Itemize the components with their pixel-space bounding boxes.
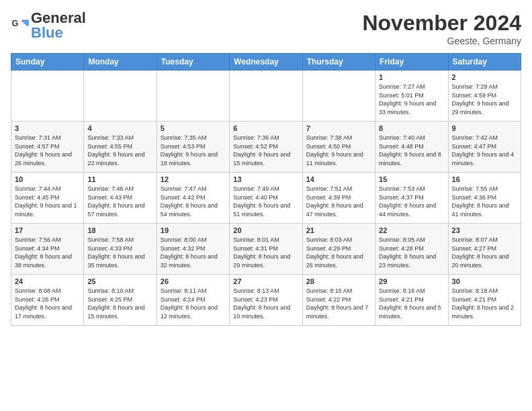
- day-number: 6: [233, 124, 298, 132]
- day-info: Sunrise: 7:42 AM Sunset: 4:47 PM Dayligh…: [452, 134, 517, 167]
- logo-blue: Blue: [31, 24, 63, 41]
- calendar-cell: 7Sunrise: 7:38 AM Sunset: 4:50 PM Daylig…: [302, 122, 375, 173]
- calendar-cell: 9Sunrise: 7:42 AM Sunset: 4:47 PM Daylig…: [448, 122, 521, 173]
- calendar: SundayMondayTuesdayWednesdayThursdayFrid…: [11, 53, 521, 326]
- day-header-wednesday: Wednesday: [230, 54, 302, 71]
- day-info: Sunrise: 7:47 AM Sunset: 4:42 PM Dayligh…: [161, 185, 226, 218]
- day-info: Sunrise: 7:55 AM Sunset: 4:36 PM Dayligh…: [452, 185, 517, 218]
- day-number: 26: [161, 277, 226, 285]
- day-info: Sunrise: 8:03 AM Sunset: 4:29 PM Dayligh…: [306, 236, 371, 269]
- calendar-cell: 4Sunrise: 7:33 AM Sunset: 4:55 PM Daylig…: [84, 122, 157, 173]
- day-number: 16: [452, 175, 517, 183]
- day-number: 14: [306, 175, 371, 183]
- calendar-week-2: 3Sunrise: 7:31 AM Sunset: 4:57 PM Daylig…: [11, 122, 521, 173]
- calendar-header-row: SundayMondayTuesdayWednesdayThursdayFrid…: [11, 54, 521, 71]
- location: Geeste, Germany: [362, 36, 521, 46]
- calendar-cell: 10Sunrise: 7:44 AM Sunset: 4:45 PM Dayli…: [11, 173, 84, 224]
- day-info: Sunrise: 8:18 AM Sunset: 4:21 PM Dayligh…: [452, 287, 517, 320]
- day-number: 10: [15, 175, 80, 183]
- day-number: 29: [379, 277, 444, 285]
- calendar-week-4: 17Sunrise: 7:56 AM Sunset: 4:34 PM Dayli…: [11, 224, 521, 275]
- day-info: Sunrise: 8:05 AM Sunset: 4:28 PM Dayligh…: [379, 236, 444, 269]
- logo: G General Blue: [11, 11, 86, 40]
- day-info: Sunrise: 7:53 AM Sunset: 4:37 PM Dayligh…: [379, 185, 444, 218]
- day-info: Sunrise: 7:27 AM Sunset: 5:01 PM Dayligh…: [379, 83, 444, 116]
- month-title: November 2024: [362, 11, 521, 36]
- day-number: 1: [379, 73, 444, 81]
- day-info: Sunrise: 7:29 AM Sunset: 4:59 PM Dayligh…: [452, 83, 517, 116]
- day-info: Sunrise: 8:01 AM Sunset: 4:31 PM Dayligh…: [233, 236, 298, 269]
- day-info: Sunrise: 8:16 AM Sunset: 4:21 PM Dayligh…: [379, 287, 444, 320]
- day-number: 23: [452, 226, 517, 234]
- calendar-cell: 12Sunrise: 7:47 AM Sunset: 4:42 PM Dayli…: [157, 173, 229, 224]
- day-info: Sunrise: 7:36 AM Sunset: 4:52 PM Dayligh…: [233, 134, 298, 167]
- day-number: 21: [306, 226, 371, 234]
- day-header-monday: Monday: [84, 54, 157, 71]
- day-info: Sunrise: 8:13 AM Sunset: 4:23 PM Dayligh…: [233, 287, 298, 320]
- logo-icon: G: [11, 16, 30, 35]
- day-info: Sunrise: 7:58 AM Sunset: 4:33 PM Dayligh…: [87, 236, 152, 269]
- calendar-cell: [84, 71, 157, 122]
- logo-text: General Blue: [31, 11, 86, 40]
- day-info: Sunrise: 7:33 AM Sunset: 4:55 PM Dayligh…: [87, 134, 152, 167]
- day-number: 9: [452, 124, 517, 132]
- day-header-thursday: Thursday: [302, 54, 375, 71]
- day-info: Sunrise: 7:31 AM Sunset: 4:57 PM Dayligh…: [15, 134, 80, 167]
- day-header-saturday: Saturday: [448, 54, 521, 71]
- day-number: 13: [233, 175, 298, 183]
- day-number: 18: [87, 226, 152, 234]
- calendar-week-5: 24Sunrise: 8:08 AM Sunset: 4:26 PM Dayli…: [11, 275, 521, 326]
- day-info: Sunrise: 8:10 AM Sunset: 4:25 PM Dayligh…: [87, 287, 152, 320]
- calendar-cell: 19Sunrise: 8:00 AM Sunset: 4:32 PM Dayli…: [157, 224, 229, 275]
- day-info: Sunrise: 8:00 AM Sunset: 4:32 PM Dayligh…: [161, 236, 226, 269]
- day-info: Sunrise: 7:40 AM Sunset: 4:48 PM Dayligh…: [379, 134, 444, 167]
- day-info: Sunrise: 7:51 AM Sunset: 4:39 PM Dayligh…: [306, 185, 371, 218]
- calendar-week-1: 1Sunrise: 7:27 AM Sunset: 5:01 PM Daylig…: [11, 71, 521, 122]
- day-info: Sunrise: 7:38 AM Sunset: 4:50 PM Dayligh…: [306, 134, 371, 167]
- calendar-cell: 16Sunrise: 7:55 AM Sunset: 4:36 PM Dayli…: [448, 173, 521, 224]
- calendar-cell: 20Sunrise: 8:01 AM Sunset: 4:31 PM Dayli…: [230, 224, 302, 275]
- calendar-cell: 13Sunrise: 7:49 AM Sunset: 4:40 PM Dayli…: [230, 173, 302, 224]
- calendar-cell: 28Sunrise: 8:15 AM Sunset: 4:22 PM Dayli…: [302, 275, 375, 326]
- day-header-tuesday: Tuesday: [157, 54, 229, 71]
- calendar-cell: 17Sunrise: 7:56 AM Sunset: 4:34 PM Dayli…: [11, 224, 84, 275]
- day-number: 24: [15, 277, 80, 285]
- calendar-cell: 21Sunrise: 8:03 AM Sunset: 4:29 PM Dayli…: [302, 224, 375, 275]
- calendar-cell: 15Sunrise: 7:53 AM Sunset: 4:37 PM Dayli…: [375, 173, 448, 224]
- day-header-friday: Friday: [375, 54, 448, 71]
- day-header-sunday: Sunday: [11, 54, 84, 71]
- day-number: 30: [452, 277, 517, 285]
- header: G General Blue November 2024 Geeste, Ger…: [11, 11, 521, 46]
- day-info: Sunrise: 7:46 AM Sunset: 4:43 PM Dayligh…: [87, 185, 152, 218]
- title-block: November 2024 Geeste, Germany: [362, 11, 521, 46]
- calendar-cell: 2Sunrise: 7:29 AM Sunset: 4:59 PM Daylig…: [448, 71, 521, 122]
- day-number: 25: [87, 277, 152, 285]
- day-info: Sunrise: 7:49 AM Sunset: 4:40 PM Dayligh…: [233, 185, 298, 218]
- calendar-cell: 29Sunrise: 8:16 AM Sunset: 4:21 PM Dayli…: [375, 275, 448, 326]
- day-number: 15: [379, 175, 444, 183]
- calendar-cell: 3Sunrise: 7:31 AM Sunset: 4:57 PM Daylig…: [11, 122, 84, 173]
- day-info: Sunrise: 7:44 AM Sunset: 4:45 PM Dayligh…: [15, 185, 80, 218]
- calendar-cell: 6Sunrise: 7:36 AM Sunset: 4:52 PM Daylig…: [230, 122, 302, 173]
- day-info: Sunrise: 8:11 AM Sunset: 4:24 PM Dayligh…: [161, 287, 226, 320]
- day-number: 5: [161, 124, 226, 132]
- day-number: 11: [87, 175, 152, 183]
- day-info: Sunrise: 7:56 AM Sunset: 4:34 PM Dayligh…: [15, 236, 80, 269]
- calendar-cell: 26Sunrise: 8:11 AM Sunset: 4:24 PM Dayli…: [157, 275, 229, 326]
- svg-text:G: G: [11, 19, 18, 28]
- calendar-cell: 11Sunrise: 7:46 AM Sunset: 4:43 PM Dayli…: [84, 173, 157, 224]
- calendar-cell: 23Sunrise: 8:07 AM Sunset: 4:27 PM Dayli…: [448, 224, 521, 275]
- calendar-cell: [302, 71, 375, 122]
- day-number: 12: [161, 175, 226, 183]
- day-number: 8: [379, 124, 444, 132]
- calendar-cell: 1Sunrise: 7:27 AM Sunset: 5:01 PM Daylig…: [375, 71, 448, 122]
- calendar-cell: 30Sunrise: 8:18 AM Sunset: 4:21 PM Dayli…: [448, 275, 521, 326]
- calendar-cell: 14Sunrise: 7:51 AM Sunset: 4:39 PM Dayli…: [302, 173, 375, 224]
- calendar-cell: [11, 71, 84, 122]
- day-number: 27: [233, 277, 298, 285]
- day-info: Sunrise: 7:35 AM Sunset: 4:53 PM Dayligh…: [161, 134, 226, 167]
- day-number: 28: [306, 277, 371, 285]
- day-number: 19: [161, 226, 226, 234]
- calendar-cell: 24Sunrise: 8:08 AM Sunset: 4:26 PM Dayli…: [11, 275, 84, 326]
- calendar-cell: 5Sunrise: 7:35 AM Sunset: 4:53 PM Daylig…: [157, 122, 229, 173]
